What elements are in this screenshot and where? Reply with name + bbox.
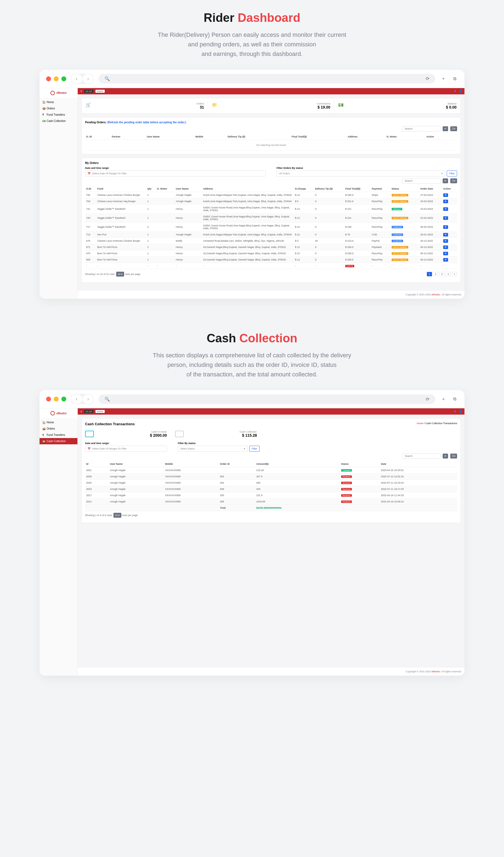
per-page-select[interactable]: 10 ▾ <box>116 272 124 276</box>
date-filter-input[interactable]: 📅Select Date Of Ranges To Filter <box>85 170 266 177</box>
close-icon[interactable] <box>46 77 51 81</box>
url-bar[interactable]: 🔍⟳ <box>99 394 435 404</box>
menu-toggle-icon[interactable]: ≡ <box>81 410 82 413</box>
col-header[interactable]: Partner <box>111 134 146 140</box>
maximize-icon[interactable] <box>61 397 66 402</box>
page-button[interactable]: > <box>452 272 457 276</box>
view-button[interactable]: 👁 <box>443 225 448 229</box>
col-header[interactable]: O.ID <box>85 186 96 192</box>
pending-refresh-link[interactable]: (Refresh the pending order table before … <box>107 121 186 124</box>
columns-button[interactable]: ☰▾ <box>450 179 457 183</box>
close-icon[interactable] <box>46 397 51 402</box>
col-header[interactable]: Final Total($) <box>344 186 371 192</box>
reload-icon[interactable]: ⟳ <box>424 76 431 81</box>
col-header[interactable]: Payment <box>371 186 390 192</box>
status-filter-select[interactable]: All Orders▾ <box>276 170 445 177</box>
page-button[interactable]: 1 <box>427 272 432 276</box>
col-header[interactable]: Action <box>425 134 457 140</box>
col-header[interactable]: O. Notes <box>156 186 175 192</box>
forward-button[interactable]: › <box>83 74 94 83</box>
view-button[interactable]: 👁 <box>443 194 448 197</box>
col-header[interactable]: Action <box>442 186 457 192</box>
col-header[interactable]: Status <box>340 461 380 467</box>
page-button[interactable]: 3 <box>439 272 444 276</box>
view-button[interactable]: 👁 <box>443 239 448 243</box>
col-header[interactable]: Delivery Tip ($) <box>314 186 344 192</box>
view-button[interactable]: 👁 <box>443 258 448 262</box>
col-header[interactable]: Mobile <box>164 461 219 467</box>
page-button[interactable]: 4 <box>446 272 451 276</box>
view-button[interactable]: 👁 <box>443 246 448 249</box>
col-header[interactable]: O. Notes <box>385 134 425 140</box>
col-header[interactable]: User Name <box>174 186 202 192</box>
minimize-icon[interactable] <box>54 77 58 81</box>
refresh-button[interactable]: ⟳ <box>443 126 448 131</box>
per-page-select[interactable]: 10 ▾ <box>114 513 122 518</box>
back-button[interactable]: ‹ <box>71 394 82 404</box>
col-header[interactable]: User Name <box>109 461 164 467</box>
col-header[interactable]: D.Charge <box>294 186 314 192</box>
sidebar-item-orders[interactable]: 📦Orders <box>39 425 78 432</box>
forward-button[interactable]: › <box>83 394 94 404</box>
maximize-icon[interactable] <box>61 77 66 81</box>
refresh-button[interactable]: ⟳ <box>443 454 448 458</box>
col-header[interactable]: Id <box>85 461 109 467</box>
cash-status-select[interactable]: Select Status▾ <box>178 446 248 452</box>
reload-icon[interactable]: ⟳ <box>424 397 431 402</box>
new-tab-icon[interactable]: ＋ <box>440 76 447 82</box>
view-button[interactable]: 👁 <box>443 216 448 220</box>
cash-filter-button[interactable]: Filter <box>249 446 259 452</box>
back-button[interactable]: ‹ <box>71 74 82 83</box>
url-input[interactable] <box>114 397 422 401</box>
url-bar[interactable]: 🔍 ⟳ <box>99 74 435 83</box>
url-input[interactable] <box>114 77 422 81</box>
sidebar-item-fund-transfers[interactable]: ₹Fund Transfers <box>39 432 78 438</box>
col-header[interactable]: Order Id <box>219 461 255 467</box>
orders-search[interactable] <box>402 178 440 184</box>
view-button[interactable]: 👁 <box>443 207 448 211</box>
col-header[interactable]: Qty <box>146 186 156 192</box>
user-icon[interactable]: 👤 <box>459 410 462 413</box>
col-header[interactable]: User Name <box>146 134 194 140</box>
view-button[interactable]: 👁 <box>443 252 448 255</box>
col-header[interactable]: Order Date <box>419 186 442 192</box>
cash-search[interactable] <box>402 453 440 459</box>
copy-icon[interactable]: ⧉ <box>452 397 458 402</box>
refresh-button[interactable]: ⟳ <box>443 179 448 183</box>
footer-brand[interactable]: eRestro. <box>432 293 441 296</box>
col-header[interactable]: Final Total($) <box>290 134 346 140</box>
col-header[interactable]: Address <box>347 134 386 140</box>
menu-toggle-icon[interactable]: ≡ <box>81 90 82 93</box>
breadcrumb-home[interactable]: Home <box>417 422 423 425</box>
col-header[interactable]: O. ID <box>85 134 111 140</box>
view-button[interactable]: 👁 <box>443 200 448 203</box>
new-tab-icon[interactable]: ＋ <box>440 396 447 402</box>
col-header[interactable]: Amount($) <box>255 461 340 467</box>
columns-button[interactable]: ☰▾ <box>450 126 457 131</box>
pending-search[interactable] <box>402 126 440 132</box>
moon-icon[interactable]: ☾ <box>454 90 456 93</box>
col-header[interactable]: Date <box>380 461 457 467</box>
logo[interactable]: eRestro <box>39 88 78 98</box>
col-header[interactable]: Mobile <box>195 134 226 140</box>
col-header[interactable]: Address <box>202 186 294 192</box>
footer-brand[interactable]: eRestro. <box>432 670 441 673</box>
col-header[interactable]: Delivery Tip ($) <box>226 134 291 140</box>
minimize-icon[interactable] <box>54 397 58 402</box>
sidebar-item-home[interactable]: 🏠Home <box>39 99 78 105</box>
moon-icon[interactable]: ☾ <box>454 410 456 413</box>
cash-date-input[interactable]: 📅Select Date Of Ranges To Filter <box>85 446 167 452</box>
sidebar-item-orders[interactable]: 📦Orders <box>39 105 78 112</box>
filter-button[interactable]: Filter <box>447 170 457 177</box>
view-button[interactable]: 👁 <box>443 233 448 236</box>
sidebar-item-fund-transfers[interactable]: ₹Fund Transfers <box>39 112 78 118</box>
copy-icon[interactable]: ⧉ <box>452 77 458 81</box>
page-button[interactable]: 2 <box>433 272 438 276</box>
sidebar-item-cash-collection[interactable]: 💵Cash Collection <box>39 118 78 124</box>
sidebar-item-cash-collection[interactable]: 💵Cash Collection <box>39 438 78 444</box>
logo[interactable]: eRestro <box>39 408 78 418</box>
user-icon[interactable]: 👤 <box>459 90 462 93</box>
columns-button[interactable]: ☰▾ <box>450 454 457 458</box>
sidebar-item-home[interactable]: 🏠Home <box>39 419 78 425</box>
col-header[interactable]: Status <box>390 186 419 192</box>
